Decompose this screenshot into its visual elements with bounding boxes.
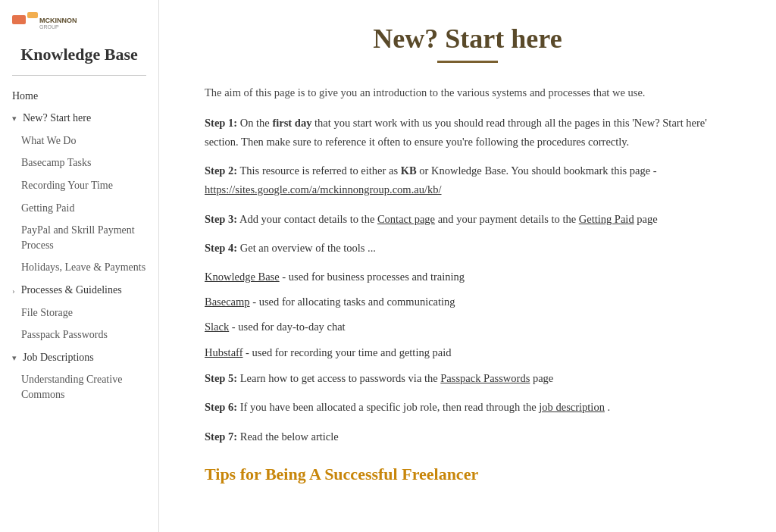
nav-label-holidays: Holidays, Leave & Payments [21, 260, 146, 275]
step-5-text-b: page [533, 372, 553, 384]
step-2-kb-bold: KB [401, 164, 417, 177]
step-6-text-b: . [608, 401, 611, 413]
step-7-text: Read the below article [240, 430, 339, 443]
tool-basecamp: Basecamp - used for allocating tasks and… [205, 293, 731, 311]
tools-list: Knowledge Base - used for business proce… [205, 268, 731, 361]
step-4-text: Get an overview of the tools ... [240, 242, 376, 254]
nav-label-new-start-here: New? Start here [23, 111, 91, 126]
nav-item-paypal-skrill[interactable]: PayPal and Skrill Payment Process [0, 219, 158, 256]
nav-item-what-we-do[interactable]: What We Do [0, 130, 158, 152]
step-1-text-a: On the [240, 117, 273, 129]
nav-item-recording-time[interactable]: Recording Your Time [0, 174, 158, 197]
nav-label-paypal-skrill: PayPal and Skrill Payment Process [21, 223, 146, 252]
sidebar: MCKINNON GROUP Knowledge Base Home ▾ New… [0, 0, 159, 532]
step-2-label: Step 2: [205, 164, 237, 177]
tool-basecamp-desc: - used for allocating tasks and communic… [252, 296, 455, 308]
nav-label-processes: Processes & Guidelines [21, 283, 122, 298]
step-3-getting-paid-link[interactable]: Getting Paid [579, 213, 634, 225]
nav-label-file-storage: File Storage [21, 305, 73, 321]
nav-label-getting-paid: Getting Paid [21, 201, 74, 216]
tool-slack: Slack - used for day-to-day chat [205, 318, 731, 336]
tool-slack-link[interactable]: Slack [205, 321, 229, 333]
sidebar-divider [12, 75, 146, 76]
step-1: Step 1: On the first day that you start … [205, 114, 731, 151]
nav-item-creative-commons[interactable]: Understanding Creative Commons [0, 368, 158, 405]
nav-item-passpack[interactable]: Passpack Passwords [0, 324, 158, 346]
svg-rect-1 [27, 12, 38, 18]
step-4-label: Step 4: [205, 242, 237, 254]
svg-text:GROUP: GROUP [39, 24, 59, 30]
tool-hubstaff: Hubstaff - used for recording your time … [205, 344, 731, 361]
tips-heading: Tips for Being A Successful Freelancer [205, 465, 731, 484]
step-1-bold-first-day: first day [272, 117, 311, 129]
svg-rect-0 [12, 15, 26, 24]
step-3-label: Step 3: [205, 213, 237, 225]
step-1-label: Step 1: [205, 117, 237, 129]
nav-item-file-storage[interactable]: File Storage [0, 302, 158, 324]
svg-text:MCKINNON: MCKINNON [39, 17, 77, 24]
step-3-text-c: page [637, 213, 657, 225]
step-6: Step 6: If you have been allocated a spe… [205, 398, 731, 417]
step-4: Step 4: Get an overview of the tools ... [205, 239, 731, 258]
step-3-text-a: Add your contact details to the [239, 213, 377, 225]
tool-kb-link[interactable]: Knowledge Base [205, 271, 280, 283]
step-6-text-a: If you have been allocated a specific jo… [240, 401, 540, 413]
step-2: Step 2: This resource is referred to eit… [205, 161, 731, 199]
nav-item-home[interactable]: Home [0, 85, 158, 108]
nav-item-processes[interactable]: › Processes & Guidelines [0, 279, 134, 302]
nav-label-basecamp-tasks: Basecamp Tasks [21, 155, 91, 171]
chevron-processes: › [12, 285, 15, 296]
step-3-contact-link[interactable]: Contact page [377, 213, 435, 225]
step-3: Step 3: Add your contact details to the … [205, 210, 731, 229]
nav-label-home: Home [12, 89, 38, 104]
step-6-job-link[interactable]: job description [539, 401, 605, 413]
step-7: Step 7: Read the below article [205, 427, 731, 446]
main-content: New? Start here The aim of this page is … [159, 0, 776, 532]
nav-label-passpack: Passpack Passwords [21, 327, 108, 343]
step-3-text-b: and your payment details to the [438, 213, 579, 225]
nav-container: Home ▾ New? Start here What We Do Baseca… [0, 85, 158, 406]
step-5-text-a: Learn how to get access to passwords via… [240, 372, 441, 384]
nav-label-creative-commons: Understanding Creative Commons [21, 372, 146, 402]
nav-item-holidays[interactable]: Holidays, Leave & Payments [0, 256, 158, 279]
nav-item-basecamp-tasks[interactable]: Basecamp Tasks [0, 152, 158, 174]
logo-area: MCKINNON GROUP [0, 0, 158, 38]
sidebar-title: Knowledge Base [0, 38, 158, 72]
step-7-label: Step 7: [205, 430, 237, 443]
tool-hubstaff-desc: - used for recording your time and getti… [246, 346, 451, 358]
nav-item-new-start-here[interactable]: ▾ New? Start here [0, 107, 103, 130]
tool-hubstaff-link[interactable]: Hubstaff [205, 346, 242, 358]
nav-label-what-we-do: What We Do [21, 133, 76, 149]
chevron-new-start-here: ▾ [12, 113, 17, 124]
page-title: New? Start here [205, 23, 731, 55]
title-underline [437, 61, 498, 63]
intro-paragraph: The aim of this page is to give you an i… [205, 84, 731, 102]
step-6-label: Step 6: [205, 401, 237, 413]
nav-label-job-descriptions: Job Descriptions [23, 350, 94, 365]
nav-label-recording-time: Recording Your Time [21, 178, 113, 193]
step-2-text-b: or Knowledge Base. You should bookmark t… [419, 164, 656, 177]
step-2-text-a: This resource is referred to either as [239, 164, 400, 177]
step-5: Step 5: Learn how to get access to passw… [205, 369, 731, 388]
tool-kb-desc: - used for business processes and traini… [282, 271, 465, 283]
step-5-label: Step 5: [205, 372, 237, 384]
nav-item-job-descriptions[interactable]: ▾ Job Descriptions [0, 346, 106, 369]
tool-basecamp-link[interactable]: Basecamp [205, 296, 250, 308]
nav-item-getting-paid[interactable]: Getting Paid [0, 197, 158, 220]
step-5-passpack-link[interactable]: Passpack Passwords [440, 372, 530, 384]
tool-slack-desc: - used for day-to-day chat [232, 321, 346, 333]
tool-kb: Knowledge Base - used for business proce… [205, 268, 731, 286]
step-2-link[interactable]: https://sites.google.com/a/mckinnongroup… [205, 183, 442, 196]
company-logo: MCKINNON GROUP [12, 9, 80, 30]
chevron-job-descriptions: ▾ [12, 352, 17, 364]
